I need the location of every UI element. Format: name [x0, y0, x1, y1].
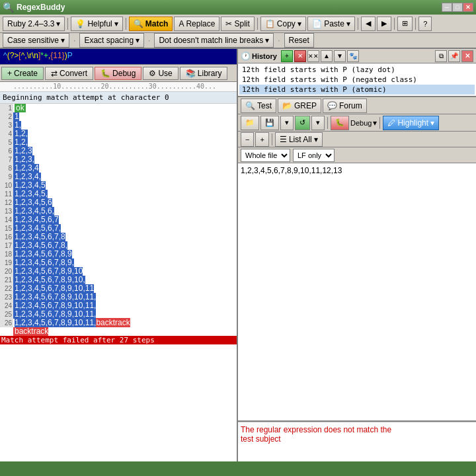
zoom-toolbar: − + ☰ List All ▾ [238, 132, 476, 147]
table-row: 1ok [0, 104, 237, 112]
left-action-tabs: + Create ⇄ Convert 🐛 Debug ⚙ Use 📚 L [0, 65, 237, 82]
chevron-down-icon: ▾ [114, 19, 118, 28]
test-icon: 🔍 [245, 101, 255, 110]
match-icon: 🔍 [134, 19, 143, 28]
history-title: History [252, 52, 277, 60]
library-tab[interactable]: 📚 Library [180, 67, 228, 80]
history-delete-button[interactable]: ✕ [294, 50, 306, 62]
copy-button[interactable]: 📋 Copy ▾ [260, 17, 306, 31]
close-button[interactable]: ✕ [463, 3, 473, 12]
paste-icon: 📄 [312, 19, 322, 28]
text-save-button[interactable]: 💾 [260, 116, 279, 130]
list-all-button[interactable]: ☰ List All ▾ [275, 132, 323, 147]
table-row: backtrack [0, 327, 237, 336]
forum-tab[interactable]: 💬 Forum [323, 99, 367, 113]
history-close-button[interactable]: ✕ [461, 50, 473, 62]
options-toolbar: Case sensitive ▾ · Exact spacing ▾ · Dot… [0, 33, 476, 49]
title-bar: 🔍 RegexBuddy ─ □ ✕ [0, 0, 476, 15]
create-tab[interactable]: + Create [1, 67, 44, 80]
replace-button[interactable]: A Replace [174, 17, 219, 31]
debug-content[interactable]: 1ok2131,41,2,51,2,61,2,371,2,3,81,2,3,49… [0, 104, 237, 461]
separator [379, 117, 380, 129]
regex-input[interactable]: ^(?>[^,\r\n]*+,{11})P [0, 49, 237, 65]
text-content-value: 1,2,3,4,5,6,7,8,9,10,11,12,13 [241, 166, 342, 175]
separator [67, 18, 68, 30]
error-message: The regular expression does not match th… [241, 425, 391, 444]
maximize-button[interactable]: □ [452, 3, 463, 12]
paste-button[interactable]: 📄 Paste ▾ [307, 17, 355, 31]
app-title: RegexBuddy [17, 3, 65, 12]
text-refresh-btn2[interactable]: ▾ [311, 116, 325, 130]
table-row: 51,2, [0, 138, 237, 147]
chevron-down-icon: ▾ [265, 36, 269, 45]
history-dog-button[interactable]: 🐾 [347, 50, 359, 62]
split-icon: ✂ [225, 19, 232, 28]
helpful-button[interactable]: 💡 Helpful ▾ [71, 17, 122, 31]
lineending-dropdown[interactable]: LF only [293, 149, 335, 162]
history-down-button[interactable]: ▼ [334, 50, 346, 62]
separator [358, 18, 358, 30]
copy-icon: 📋 [265, 19, 275, 28]
chevron-down-icon: ▾ [56, 19, 60, 28]
history-list: 12th field starts with P (lazy dot)12th … [238, 63, 476, 96]
error-area: The regular expression does not match th… [238, 422, 476, 461]
text-options-toolbar: Whole file LF only [238, 147, 476, 163]
content-area: ^(?>[^,\r\n]*+,{11})P + Create ⇄ Convert… [0, 49, 476, 461]
history-area: 🕐 History + ✕ ✕✕ ▲ ▼ 🐾 ⧉ 📌 ✕ 12th field … [238, 49, 476, 97]
text-options-button[interactable]: ▾ [280, 116, 294, 130]
left-panel: ^(?>[^,\r\n]*+,{11})P + Create ⇄ Convert… [0, 49, 238, 461]
history-header: 🕐 History + ✕ ✕✕ ▲ ▼ 🐾 ⧉ 📌 ✕ [238, 49, 476, 63]
minimize-button[interactable]: ─ [442, 3, 452, 12]
ruby-version-dropdown[interactable]: Ruby 2.4–3.3 ▾ [3, 17, 65, 31]
nav-fwd-button[interactable]: ▶ [377, 17, 391, 31]
table-row: 21 [0, 112, 237, 121]
highlight-button[interactable]: 🖊 Highlight ▾ [383, 116, 439, 130]
convert-tab[interactable]: ⇄ Convert [45, 67, 93, 80]
case-sensitive-toggle[interactable]: Case sensitive ▾ [3, 33, 69, 48]
right-tabs-toolbar: 🔍 Test 📂 GREP 💬 Forum [238, 97, 476, 114]
grid-button[interactable]: ⊞ [397, 17, 413, 31]
help-button[interactable]: ? [418, 17, 432, 31]
separator [272, 134, 272, 145]
app-icon: 🔍 [3, 2, 14, 13]
separator [327, 117, 328, 129]
history-pin-button[interactable]: 📌 [448, 50, 460, 62]
dot-no-newline-toggle[interactable]: Dot doesn't match line breaks ▾ [154, 33, 274, 48]
history-undock-button[interactable]: ⧉ [435, 50, 447, 62]
use-tab[interactable]: ⚙ Use [143, 67, 178, 80]
reset-button[interactable]: Reset [284, 33, 314, 48]
history-add-button[interactable]: + [281, 50, 293, 62]
history-icon: 🕐 [241, 52, 251, 61]
text-refresh-button[interactable]: ↺ [295, 116, 310, 130]
scope-dropdown[interactable]: Whole file [241, 149, 290, 162]
history-up-button[interactable]: ▲ [321, 50, 333, 62]
forum-icon: 💬 [327, 101, 337, 110]
nav-back-button[interactable]: ◀ [361, 17, 376, 31]
debug-tab[interactable]: 🐛 Debug [95, 67, 141, 80]
text-content-area[interactable]: 1,2,3,4,5,6,7,8,9,10,11,12,13 [238, 163, 476, 422]
debug-run-button[interactable]: 🐛 [331, 116, 349, 130]
grep-tab[interactable]: 📂 GREP [278, 99, 321, 113]
debug-header: Beginning match attempt at character 0 [0, 92, 237, 104]
highlight-toolbar: 📁 💾 ▾ ↺ ▾ 🐛 Debug ▾ 🖊 Highlight ▾ [238, 114, 476, 132]
separator [415, 18, 416, 30]
separator [257, 18, 258, 30]
chevron-down-icon: ▾ [61, 36, 65, 45]
match-button[interactable]: 🔍 Match [129, 17, 173, 31]
exact-spacing-toggle[interactable]: Exact spacing ▾ [79, 33, 144, 48]
table-row: 41,2, [0, 130, 237, 138]
history-item[interactable]: 12th field starts with P (negated class) [239, 75, 475, 85]
chevron-down-icon: ▾ [430, 118, 434, 128]
history-item[interactable]: 12th field starts with P (atomic) [239, 85, 475, 95]
table-row: 61,2,3 [0, 147, 237, 155]
main-toolbar: Ruby 2.4–3.3 ▾ 💡 Helpful ▾ 🔍 Match A Rep… [0, 15, 476, 33]
debug-fail-message: Match attempt failed after 27 steps [0, 336, 237, 344]
history-item[interactable]: 12th field starts with P (lazy dot) [239, 65, 475, 75]
zoom-out-button[interactable]: − [241, 132, 254, 147]
list-icon: ☰ [280, 135, 287, 144]
history-delete-all-button[interactable]: ✕✕ [307, 50, 319, 62]
text-file-open-button[interactable]: 📁 [241, 116, 259, 130]
test-tab[interactable]: 🔍 Test [241, 99, 276, 113]
zoom-in-button[interactable]: + [255, 132, 268, 147]
split-button[interactable]: ✂ Split [221, 17, 254, 31]
